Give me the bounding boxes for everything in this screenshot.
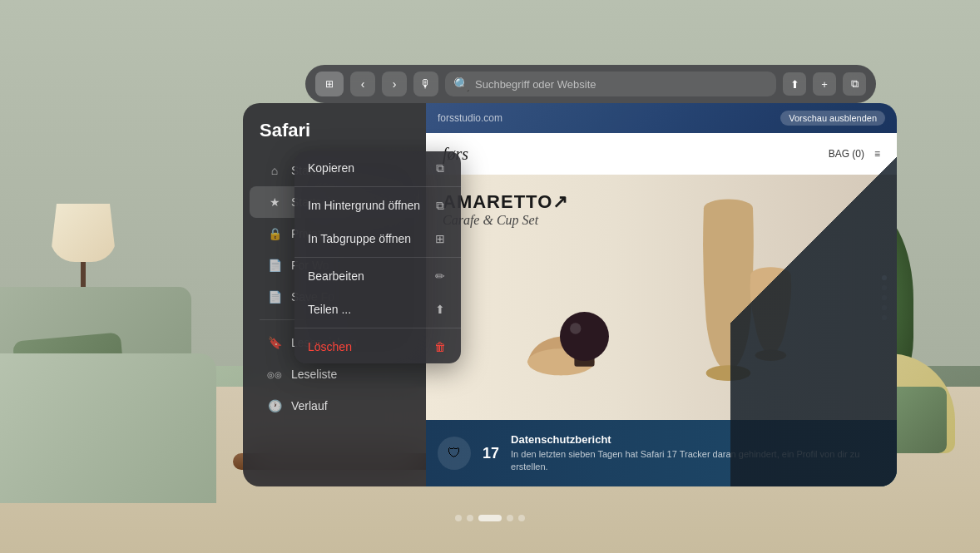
forward-icon: ›	[393, 77, 397, 91]
copy-menu-icon: ⧉	[433, 160, 448, 175]
readlist-icon: ◎◎	[266, 366, 283, 383]
add-tab-button[interactable]: +	[813, 72, 836, 96]
preview-url: forsstudio.com	[438, 112, 502, 124]
tabs-icon: ⊞	[325, 78, 334, 90]
doc2-icon: 📄	[266, 289, 283, 305]
menu-label: Bearbeiten	[308, 269, 364, 283]
menu-item-im-hintergrund[interactable]: Im Hintergrund öffnen ⧉	[294, 189, 461, 222]
products-illustration	[426, 175, 897, 420]
edit-icon: ✏	[433, 269, 448, 284]
context-menu: Kopieren ⧉ Im Hintergrund öffnen ⧉ In Ta…	[294, 151, 461, 363]
svg-point-7	[570, 323, 581, 333]
dot-indicators	[882, 275, 887, 320]
menu-item-bearbeiten[interactable]: Bearbeiten ✏	[294, 259, 461, 293]
bag-label[interactable]: BAG (0)	[829, 148, 864, 160]
page-dot-1[interactable]	[455, 515, 462, 521]
sidebar-item-label: Verlauf	[291, 399, 328, 412]
menu-item-kopieren[interactable]: Kopieren ⧉	[294, 151, 461, 185]
shield-icon: 🛡	[448, 446, 461, 461]
svg-point-1	[706, 365, 751, 381]
menu-item-teilen[interactable]: Teilen ... ⬆	[294, 293, 461, 326]
page-dot-4[interactable]	[507, 515, 513, 521]
share-menu-icon: ⬆	[433, 302, 448, 317]
doc-icon: 📄	[266, 257, 283, 274]
sidebar: Safari ⌂ Startseite ★ Startseite 🔒 Priva…	[243, 103, 426, 486]
privacy-shield: 🛡	[438, 437, 471, 470]
svg-point-6	[560, 312, 609, 361]
menu-icon[interactable]: ≡	[874, 148, 880, 160]
browser-toolbar: ⊞ ‹ › 🎙 🔍 Suchbegriff oder Website ⬆ + ⧉	[305, 65, 876, 103]
fors-hero: AMARETTO↗ Carafe & Cup Set	[426, 175, 897, 420]
forward-button[interactable]: ›	[382, 72, 407, 96]
fors-header: førs BAG (0) ≡	[426, 133, 897, 175]
couch-left	[0, 287, 233, 503]
search-icon: 🔍	[453, 77, 470, 92]
home-icon: ⌂	[266, 162, 283, 179]
menu-divider-3	[294, 328, 461, 328]
menu-item-loeschen[interactable]: Löschen 🗑	[294, 330, 461, 363]
sidebar-title: Safari	[243, 120, 426, 155]
menu-divider-2	[294, 257, 461, 258]
preview-topbar: forsstudio.com Vorschau ausblenden	[426, 103, 897, 133]
share-icon: ⬆	[790, 78, 799, 91]
svg-point-3	[755, 350, 787, 361]
lock-icon: 🔒	[266, 225, 283, 242]
back-button[interactable]: ‹	[350, 72, 375, 96]
page-dot-3[interactable]	[478, 515, 502, 521]
star-icon: ★	[266, 194, 283, 210]
search-placeholder: Suchbegriff oder Website	[475, 78, 596, 91]
dot-2	[882, 285, 887, 290]
hide-preview-button[interactable]: Vorschau ausblenden	[780, 111, 885, 126]
search-bar[interactable]: 🔍 Suchbegriff oder Website	[445, 72, 776, 96]
privacy-banner[interactable]: 🛡 17 Datenschutzbericht In den letzten s…	[426, 420, 897, 486]
privacy-title: Datenschutzbericht	[511, 433, 885, 446]
privacy-content: Datenschutzbericht In den letzten sieben…	[511, 433, 885, 474]
tabgroup-icon: ⊞	[433, 231, 448, 246]
add-icon: +	[821, 78, 828, 91]
menu-label: Teilen ...	[308, 303, 351, 316]
menu-divider-1	[294, 186, 461, 187]
history-icon: 🕐	[266, 397, 283, 414]
tabs-button[interactable]: ⊞	[315, 72, 344, 96]
page-dot-5[interactable]	[518, 515, 525, 521]
menu-label: Löschen	[308, 340, 352, 353]
website-preview: forsstudio.com Vorschau ausblenden førs …	[426, 103, 897, 486]
delete-icon: 🗑	[433, 339, 448, 354]
copy-button[interactable]: ⧉	[843, 72, 866, 96]
mic-icon: 🎙	[420, 77, 432, 91]
sidebar-item-label: Leseliste	[291, 368, 337, 381]
dot-4	[882, 305, 887, 310]
dot-1	[882, 275, 887, 280]
sidebar-item-verlauf[interactable]: 🕐 Verlauf	[250, 390, 419, 422]
back-icon: ‹	[361, 77, 365, 91]
menu-label: Kopieren	[308, 161, 354, 175]
main-content: Safari ⌂ Startseite ★ Startseite 🔒 Priva…	[243, 103, 897, 486]
mic-button[interactable]: 🎙	[413, 72, 438, 96]
share-button[interactable]: ⬆	[783, 72, 806, 96]
page-indicators	[455, 515, 525, 521]
menu-item-in-tabgruppe[interactable]: In Tabgruppe öffnen ⊞	[294, 222, 461, 255]
dot-5	[882, 315, 887, 320]
menu-label: Im Hintergrund öffnen	[308, 199, 420, 212]
dot-3	[882, 295, 887, 300]
bookmark-icon: 🔖	[266, 334, 283, 351]
privacy-text: In den letzten sieben Tagen hat Safari 1…	[511, 448, 885, 474]
page-dot-2[interactable]	[467, 515, 473, 521]
fors-nav: BAG (0) ≡	[829, 148, 880, 160]
copy-icon: ⧉	[851, 77, 859, 91]
bg-open-icon: ⧉	[433, 198, 448, 213]
menu-label: In Tabgruppe öffnen	[308, 232, 411, 245]
privacy-count: 17	[483, 445, 499, 462]
browser-content: forsstudio.com Vorschau ausblenden førs …	[426, 103, 897, 486]
